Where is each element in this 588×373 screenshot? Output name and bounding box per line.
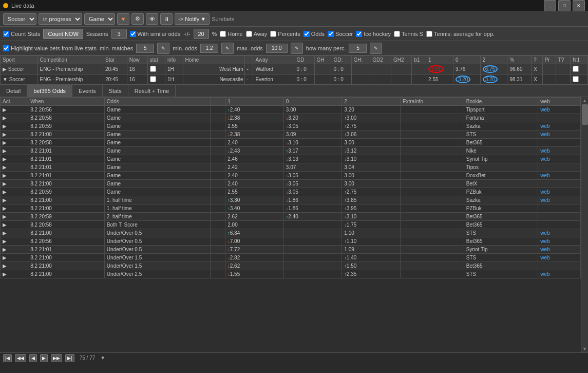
title-bar: Live data _ □ ✕ bbox=[0, 0, 588, 11]
stats-toolbar: Count Stats Count NOW Seasons With simil… bbox=[0, 27, 588, 41]
count-stats-label[interactable]: Count Stats bbox=[3, 31, 40, 37]
nav-next-next-button[interactable]: ▶▶ bbox=[51, 354, 62, 362]
pct-input[interactable] bbox=[194, 29, 209, 39]
detail-row[interactable]: ▶8.2 21:00Game 2.38 3.09 3.06 STSweb bbox=[1, 130, 581, 139]
app-icon bbox=[3, 3, 8, 8]
detail-row[interactable]: ▶8.2 20:58Game 2.40 3.10 3.00 Bet365 bbox=[1, 139, 581, 147]
filter-icon[interactable]: ▼ bbox=[117, 13, 129, 25]
col-away: Away bbox=[253, 56, 294, 64]
col-t: T? bbox=[556, 56, 570, 64]
dh-bookie: Bookie bbox=[464, 98, 538, 106]
min-odds-input[interactable] bbox=[200, 44, 218, 53]
surebets-label: Surebets bbox=[212, 16, 234, 22]
detail-row[interactable]: ▶8.2 21:01Game 2.42 3.07 3.04 Tipos bbox=[1, 163, 581, 172]
minimize-button[interactable]: _ bbox=[544, 0, 556, 11]
nav-first-button[interactable]: |◀ bbox=[3, 354, 12, 362]
tab-events[interactable]: Events bbox=[72, 85, 103, 97]
nav-prev-prev-button[interactable]: ◀◀ bbox=[15, 354, 26, 362]
detail-area: Detail bet365 Odds Events Stats Result +… bbox=[0, 85, 588, 352]
eye-icon[interactable]: 👁 bbox=[146, 13, 158, 25]
max-odds-input[interactable] bbox=[266, 44, 288, 53]
bet-type-select[interactable]: Game bbox=[84, 13, 115, 25]
detail-row[interactable]: ▶8.2 21:01Game 2.43 3.17 3.12 Nikeweb bbox=[1, 147, 581, 155]
detail-row[interactable]: ▶8.2 21:00Under/Over 2.5 1.55 2.35 STSwe… bbox=[1, 270, 581, 278]
col-ntf: Ntf. bbox=[571, 56, 588, 64]
detail-row[interactable]: ▶8.2 20:592. half time 2.62 2.40 3.10 Be… bbox=[1, 213, 581, 221]
detail-row[interactable]: ▶8.2 21:00Game 2.40 3.05 3.00 BetX bbox=[1, 180, 581, 188]
detail-row[interactable]: ▶8.2 21:00Under/Over 1.5 2.62 1.50 Bet36… bbox=[1, 262, 581, 270]
min-odds-edit-icon[interactable]: ✎ bbox=[221, 43, 234, 54]
tab-detail[interactable]: Detail bbox=[0, 85, 27, 97]
nav-next-button[interactable]: ▶ bbox=[40, 354, 48, 362]
detail-row[interactable]: ▶8.2 20:59Game 2.55 3.05 2.75 PZBukweb bbox=[1, 188, 581, 196]
nav-prev-button[interactable]: ◀ bbox=[29, 354, 37, 362]
nav-last-button[interactable]: ▶| bbox=[65, 354, 74, 362]
similar-odds-label[interactable]: With similar odds bbox=[130, 31, 181, 37]
main-toolbar: Soccer in progress Game ▼ ⚙ 👁 ⏸ -> Notif… bbox=[0, 11, 588, 27]
maximize-button[interactable]: □ bbox=[558, 0, 571, 11]
col-now: Now bbox=[127, 56, 147, 64]
seasons-input[interactable] bbox=[111, 29, 127, 39]
dh-web: web bbox=[538, 98, 581, 106]
col-competition: Competition bbox=[37, 56, 103, 64]
detail-table-wrap[interactable]: Act. When Odds 1 0 2 ExtraInfo Bookie we… bbox=[0, 97, 581, 352]
filter-icon[interactable]: ▼ bbox=[100, 355, 105, 361]
detail-row[interactable]: ▶8.2 21:01Game 2.40 3.05 3.00 DoxxBetweb bbox=[1, 172, 581, 180]
app-title: Live data bbox=[11, 3, 34, 9]
how-many-perc-input[interactable] bbox=[349, 44, 367, 53]
detail-row[interactable]: ▶8.2 21:001. half time 3.30 1.86 3.85 Sa… bbox=[1, 196, 581, 204]
max-odds-edit-icon[interactable]: ✎ bbox=[291, 43, 303, 54]
detail-row[interactable]: ▶8.2 20:56Under/Over 0.5 7.00 1.10 Bet36… bbox=[1, 237, 581, 246]
col-gh: GH bbox=[314, 56, 331, 64]
dh-dir bbox=[211, 98, 225, 106]
detail-table: Act. When Odds 1 0 2 ExtraInfo Bookie we… bbox=[0, 97, 581, 278]
similar-odds-checkbox[interactable] bbox=[130, 31, 136, 37]
how-many-perc-edit-icon[interactable]: ✎ bbox=[370, 43, 382, 54]
col-odd1: 1 bbox=[426, 56, 453, 64]
tab-stats[interactable]: Stats bbox=[103, 85, 128, 97]
detail-row[interactable]: ▶8.2 21:01Under/Over 0.5 7.72 1.09 Synot… bbox=[1, 246, 581, 254]
pause-icon[interactable]: ⏸ bbox=[160, 13, 173, 25]
odd2-circle2: 3.20 bbox=[483, 76, 498, 83]
scroll-thumb[interactable] bbox=[582, 104, 588, 125]
detail-row[interactable]: ▶8.2 21:00Under/Over 1.5 2.82 1.40 STSwe… bbox=[1, 254, 581, 262]
col-star: Star bbox=[103, 56, 127, 64]
col-gd2: GD: bbox=[331, 56, 351, 64]
detail-row[interactable]: ▶8.2 20:58Both T. Score 2.00 1.75 Bet365 bbox=[1, 221, 581, 229]
dh-when: When bbox=[28, 98, 105, 106]
notify-button[interactable]: -> Notify ▼ bbox=[175, 13, 210, 25]
page-indicator: 75 / 77 bbox=[80, 355, 96, 361]
tab-result-time[interactable]: Result + Time bbox=[128, 85, 176, 97]
col-pct: % bbox=[507, 56, 532, 64]
scroll-up-button[interactable]: ▲ bbox=[581, 97, 588, 103]
detail-row[interactable]: ▶8.2 21:001. half time 3.40 1.86 3.95 PZ… bbox=[1, 204, 581, 213]
detail-scrollbar[interactable]: ▲ ▼ bbox=[581, 97, 588, 352]
col-gh3: GH2 bbox=[391, 56, 412, 64]
count-now-button[interactable]: Count NOW bbox=[43, 29, 83, 39]
col-sep bbox=[244, 56, 253, 64]
detail-row[interactable]: ▶8.2 20:56Game 2.40 3.00 3.20 Tipsportwe… bbox=[1, 106, 581, 114]
dh-act: Act. bbox=[1, 98, 28, 106]
tab-bet365-odds[interactable]: bet365 Odds bbox=[27, 85, 72, 97]
status-select[interactable]: in progress bbox=[39, 13, 82, 25]
detail-row[interactable]: ▶8.2 20:59Game 2.55 3.05 2.75 Sazkaweb bbox=[1, 122, 581, 130]
detail-row[interactable]: ▶8.2 21:00Under/Over 0.5 6.34 1.10 STSwe… bbox=[1, 229, 581, 237]
sport-select[interactable]: Soccer bbox=[3, 13, 36, 25]
count-stats-checkbox[interactable] bbox=[3, 31, 9, 37]
table-row[interactable]: ▼ Soccer ENG - Premiership 20:45 16 1H N… bbox=[1, 74, 588, 85]
detail-row[interactable]: ▶8.2 21:01Game 2.46 3.13 3.10 Synot Tipw… bbox=[1, 155, 581, 163]
min-matches-input[interactable] bbox=[136, 44, 154, 53]
settings-icon[interactable]: ⚙ bbox=[131, 13, 144, 25]
table-row[interactable]: ▶ Soccer ENG - Premiership 20:45 16 1H W… bbox=[1, 64, 588, 74]
odd1-circle: 1.61 bbox=[428, 65, 443, 73]
col-gd3: GD2 bbox=[370, 56, 391, 64]
min-matches-edit-icon[interactable]: ✎ bbox=[157, 43, 169, 54]
scroll-down-button[interactable]: ▼ bbox=[581, 346, 588, 352]
highlight-value-checkbox[interactable] bbox=[3, 45, 9, 51]
close-button[interactable]: ✕ bbox=[573, 0, 585, 11]
col-home: Home bbox=[183, 56, 244, 64]
col-odd2: 2 bbox=[480, 56, 507, 64]
col-gh2: GH: bbox=[351, 56, 370, 64]
dh-odds: Odds bbox=[104, 98, 210, 106]
detail-row[interactable]: ▶8.2 20:58Game 2.38 3.20 3.00 Fortuna bbox=[1, 114, 581, 122]
